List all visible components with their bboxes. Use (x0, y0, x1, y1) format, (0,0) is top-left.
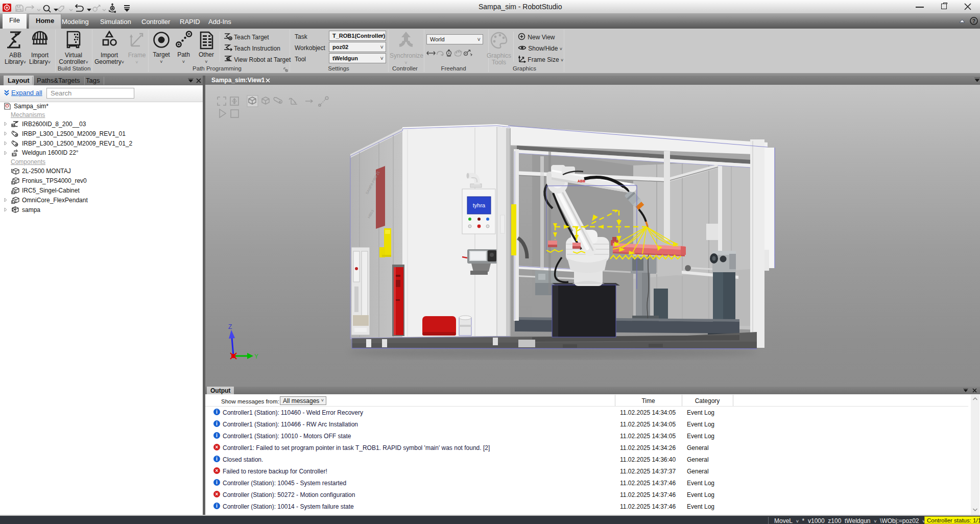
svg-text:?: ? (972, 18, 975, 24)
svg-text:ABB: ABB (578, 179, 585, 183)
svg-text:Z: Z (228, 323, 232, 330)
svg-text:tyhra: tyhra (473, 202, 486, 208)
svg-text:Y: Y (254, 353, 258, 360)
